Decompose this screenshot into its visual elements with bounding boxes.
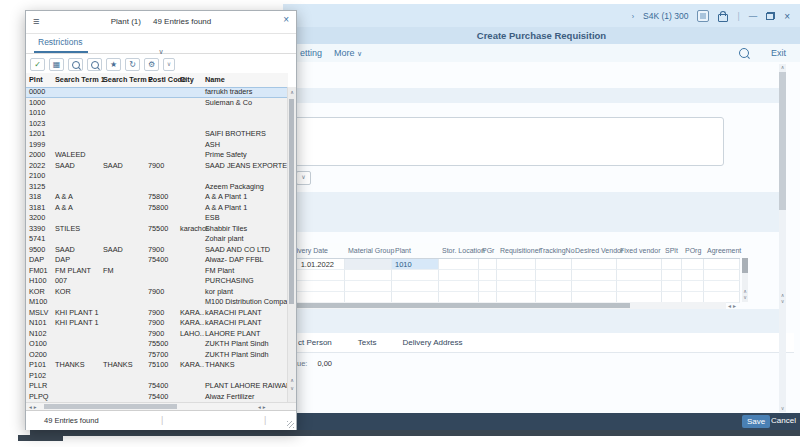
- items-table-cell[interactable]: [662, 281, 682, 292]
- table-row[interactable]: 1000Suleman & Co: [26, 98, 288, 109]
- items-table-hscroll-arrows[interactable]: ◂▸: [728, 302, 738, 309]
- table-row[interactable]: 3390STILES75500karachoiShabbir Tiles: [26, 224, 288, 235]
- services-icon[interactable]: [697, 10, 709, 22]
- favorites-icon[interactable]: ★: [106, 58, 121, 71]
- resize-grip[interactable]: [287, 421, 294, 428]
- table-row[interactable]: PLPQ75400Alwaz Fertilizer: [26, 392, 288, 403]
- items-table-cell[interactable]: [439, 281, 479, 292]
- items-table-cell[interactable]: [704, 270, 740, 281]
- table-row[interactable]: 0000farrukh traders: [26, 87, 288, 98]
- items-table-cell[interactable]: [479, 259, 497, 270]
- table-row[interactable]: H100007PURCHASING: [26, 276, 288, 287]
- save-button[interactable]: Save: [742, 415, 770, 428]
- window-close-icon[interactable]: ×: [784, 11, 790, 22]
- collapse-chevron-icon[interactable]: ∨: [26, 48, 296, 56]
- table-row[interactable]: 2000WALEEDPrime Safety: [26, 150, 288, 161]
- setting-button-partial[interactable]: etting: [300, 48, 322, 58]
- items-table-cell[interactable]: [682, 259, 704, 270]
- table-row[interactable]: 1010: [26, 108, 288, 119]
- accept-icon[interactable]: ✓: [30, 58, 45, 71]
- items-table-cell[interactable]: [704, 259, 740, 270]
- table-row[interactable]: 1023: [26, 119, 288, 130]
- restore-icon[interactable]: [766, 12, 775, 20]
- table-row[interactable]: 3181A & A75800A & A Plant 1: [26, 203, 288, 214]
- items-table-cell[interactable]: [479, 270, 497, 281]
- items-table-cell[interactable]: [617, 281, 662, 292]
- table-row[interactable]: 9500SAADSAAD7900SAAD AND CO LTD: [26, 245, 288, 256]
- table-row[interactable]: KORKOR7900kor plant: [26, 287, 288, 298]
- cancel-button[interactable]: Cancel: [771, 416, 796, 425]
- items-table-cell[interactable]: [704, 281, 740, 292]
- items-table-cell[interactable]: [497, 281, 536, 292]
- items-table-row[interactable]: [283, 281, 740, 292]
- table-row[interactable]: P101THANKSTHANKS75100KARA..THANKS: [26, 360, 288, 371]
- items-table-cell[interactable]: [617, 270, 662, 281]
- items-table-cell[interactable]: [497, 259, 536, 270]
- tab-restrictions[interactable]: Restrictions: [38, 37, 82, 47]
- page-scroll-arrows[interactable]: ∧∨: [779, 292, 786, 304]
- items-table-cell[interactable]: [536, 259, 572, 270]
- minimize-icon[interactable]: —: [749, 11, 758, 21]
- table-row[interactable]: O20075700ZUKTH Plant Sindh: [26, 350, 288, 361]
- table-row[interactable]: FM01FM PLANTFMFM Plant: [26, 266, 288, 277]
- table-row[interactable]: 3200ESB: [26, 213, 288, 224]
- items-table-cell[interactable]: [662, 270, 682, 281]
- table-row[interactable]: O10075500ZUKTH Plant Sindh: [26, 339, 288, 350]
- items-table-cell[interactable]: [572, 270, 617, 281]
- items-table-cell[interactable]: [617, 259, 662, 270]
- dialog-vertical-scrollbar[interactable]: ∧ ∧ ∨: [287, 87, 296, 402]
- items-table-row[interactable]: [283, 270, 740, 281]
- items-table-cell[interactable]: 1010: [392, 259, 439, 270]
- table-row[interactable]: MSLVKHI PLANT 17900KARA..kARACHI PLANT: [26, 308, 288, 319]
- items-table-cell[interactable]: [682, 281, 704, 292]
- exit-button[interactable]: Exit: [771, 48, 786, 58]
- items-table-cell[interactable]: [572, 281, 617, 292]
- items-table-cell[interactable]: [536, 281, 572, 292]
- items-table-cell[interactable]: [439, 259, 479, 270]
- table-row[interactable]: 5741Zohair plant: [26, 234, 288, 245]
- settings-icon[interactable]: ⚙: [144, 58, 159, 71]
- table-row[interactable]: M100M100 Distribution Company: [26, 297, 288, 308]
- tab-delivery-address[interactable]: Delivery Address: [402, 338, 462, 347]
- close-icon[interactable]: ×: [283, 14, 289, 25]
- table-row[interactable]: PLLR75400PLANT LAHORE RAIWAND: [26, 381, 288, 392]
- table-row[interactable]: 3125Azeem Packaging: [26, 182, 288, 193]
- items-table-cell[interactable]: [392, 281, 439, 292]
- search-more-icon[interactable]: [87, 58, 102, 71]
- table-row[interactable]: N1027900LAHO..LAHORE PLANT: [26, 329, 288, 340]
- table-row[interactable]: 1201SAIFI BROTHERS: [26, 129, 288, 140]
- tab-texts[interactable]: Texts: [358, 338, 377, 347]
- refresh-icon[interactable]: ↻: [125, 58, 140, 71]
- items-table-cell[interactable]: [345, 259, 392, 270]
- table-row[interactable]: DAPDAP75400Alwaz- DAP FFBL: [26, 255, 288, 266]
- table-row[interactable]: P102: [26, 371, 288, 382]
- table-row[interactable]: N101KHI PLANT 17900KARA..kARACHI PLANT: [26, 318, 288, 329]
- items-table-cell[interactable]: [439, 270, 479, 281]
- chevron-right-icon[interactable]: ›: [632, 13, 634, 20]
- dropdown-icon[interactable]: ∨: [163, 58, 175, 71]
- items-table-cell[interactable]: [536, 270, 572, 281]
- items-table-cell[interactable]: [682, 270, 704, 281]
- items-table-cell[interactable]: [345, 281, 392, 292]
- items-table-cell[interactable]: [345, 270, 392, 281]
- more-button[interactable]: More ∨: [334, 48, 362, 58]
- items-table-cell[interactable]: [497, 270, 536, 281]
- items-table-cell[interactable]: [662, 259, 682, 270]
- search-icon[interactable]: [739, 48, 749, 58]
- items-table-cell[interactable]: [572, 259, 617, 270]
- page-vertical-scrollbar[interactable]: ∧ ∨: [779, 64, 786, 412]
- header-note-textarea[interactable]: [283, 117, 724, 166]
- details-icon[interactable]: ▦: [49, 58, 64, 71]
- items-table-scroll-arrows[interactable]: ∧∨: [741, 288, 749, 300]
- table-row[interactable]: 318A & A75800A & A Plant 1: [26, 192, 288, 203]
- table-row[interactable]: 2022SAADSAAD7900SAAD JEANS EXPORTERS: [26, 161, 288, 172]
- dropdown-button[interactable]: ∨: [296, 171, 311, 185]
- items-table-horizontal-scrollbar[interactable]: [283, 302, 726, 309]
- search-icon[interactable]: [68, 58, 83, 71]
- items-table-cell[interactable]: [479, 281, 497, 292]
- tab-ct-person[interactable]: ct Person: [298, 338, 332, 347]
- table-row[interactable]: 2100: [26, 171, 288, 182]
- items-table-row[interactable]: 1.01.20221010: [283, 259, 740, 270]
- items-table-cell[interactable]: [392, 270, 439, 281]
- table-row[interactable]: 1999ASH: [26, 140, 288, 151]
